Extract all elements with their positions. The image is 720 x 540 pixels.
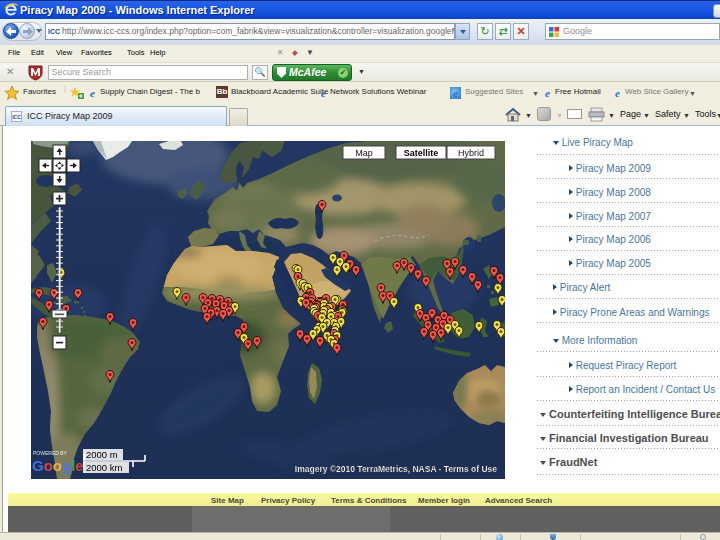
svg-text:2000 km: 2000 km (86, 462, 123, 473)
svg-text:Google: Google (32, 457, 84, 474)
svg-text:POWERED BY: POWERED BY (33, 450, 68, 456)
svg-text:Imagery ©2010 TerraMetrics, NA: Imagery ©2010 TerraMetrics, NASA - Terms… (295, 464, 497, 474)
svg-text:Satellite: Satellite (404, 148, 439, 158)
svg-text:Hybrid: Hybrid (458, 148, 484, 158)
svg-text:Map: Map (355, 148, 373, 158)
svg-text:2000 m: 2000 m (86, 449, 118, 460)
